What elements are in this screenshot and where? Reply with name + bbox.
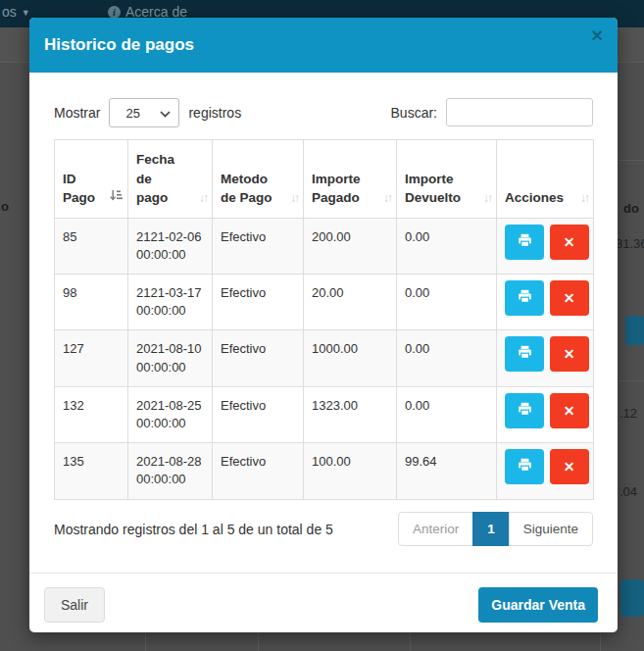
delete-icon[interactable]: ✕	[550, 280, 589, 316]
cell-importe-devuelto: 99.64	[397, 443, 497, 499]
print-button[interactable]	[505, 280, 544, 316]
backdrop-text-fragment: 31.36	[616, 236, 644, 251]
table-body: 85 2121-02-06 00:00:00 Efectivo 200.00 0…	[55, 218, 594, 499]
backdrop-text-fragment: .04	[619, 484, 637, 499]
modal-header: Historico de pagos ✕	[29, 18, 618, 73]
close-icon[interactable]: ✕	[591, 28, 604, 44]
cell-fecha-pago: 2121-03-17 00:00:00	[128, 275, 213, 330]
cell-metodo-pago: Efectivo	[213, 443, 304, 499]
cell-importe-devuelto: 0.00	[397, 275, 497, 330]
backdrop-text-fragment: .12	[619, 406, 637, 421]
delete-icon[interactable]: ✕	[550, 449, 589, 484]
delete-icon[interactable]: ✕	[550, 393, 589, 428]
table-row: 135 2021-08-28 00:00:00 Efectivo 100.00 …	[55, 443, 594, 499]
cell-id-pago: 98	[55, 275, 128, 330]
printer-icon	[518, 233, 532, 248]
backdrop-blue-button-fragment	[625, 316, 644, 345]
cell-metodo-pago: Efectivo	[213, 275, 304, 330]
backdrop-row-divider	[619, 160, 644, 161]
save-sale-button[interactable]: Guardar Venta	[478, 587, 598, 623]
cell-acciones: ✕	[497, 443, 594, 499]
cell-importe-pagado: 20.00	[304, 275, 397, 330]
cell-fecha-pago: 2121-02-06 00:00:00	[128, 218, 213, 274]
cell-importe-pagado: 1323.00	[304, 386, 397, 442]
cell-metodo-pago: Efectivo	[213, 330, 304, 386]
cell-acciones: ✕	[497, 386, 594, 442]
printer-icon	[518, 402, 532, 417]
modal-footer: Salir Guardar Venta	[29, 573, 618, 623]
exit-button[interactable]: Salir	[44, 587, 105, 623]
sort-both-icon: ↓↑	[290, 190, 298, 207]
table-column-header[interactable]: Metodo de Pago ↓↑	[213, 140, 304, 219]
column-header-label: Importe Pagado	[312, 172, 361, 206]
backdrop-column-divider	[258, 633, 259, 651]
search-input[interactable]	[446, 98, 593, 126]
table-column-header[interactable]: Importe Devuelto ↓↑	[397, 140, 497, 219]
table-row: 98 2121-03-17 00:00:00 Efectivo 20.00 0.…	[55, 275, 594, 330]
table-row: 85 2121-02-06 00:00:00 Efectivo 200.00 0…	[55, 218, 594, 274]
table-header: ID Pago Fecha de pago ↓↑ Metodo de Pago …	[55, 140, 594, 219]
backdrop-column-divider	[145, 633, 146, 651]
caret-down-icon: ▼	[22, 8, 30, 18]
print-button[interactable]	[505, 336, 544, 372]
backdrop-blue-button-fragment	[620, 579, 644, 617]
cell-id-pago: 135	[55, 443, 128, 499]
table-controls: Mostrar 25 registros Buscar:	[54, 98, 593, 127]
cell-id-pago: 85	[55, 218, 128, 274]
printer-icon	[518, 458, 532, 473]
table-header-row: ID Pago Fecha de pago ↓↑ Metodo de Pago …	[55, 140, 594, 219]
cell-acciones: ✕	[497, 330, 594, 386]
table-row: 132 2021-08-25 00:00:00 Efectivo 1323.00…	[55, 386, 594, 442]
cell-importe-pagado: 1000.00	[304, 330, 397, 386]
page-length-select[interactable]: 25	[109, 98, 179, 127]
length-label-before: Mostrar	[54, 105, 100, 121]
table-column-header[interactable]: Importe Pagado ↓↑	[304, 140, 397, 219]
cell-importe-devuelto: 0.00	[397, 330, 497, 386]
cell-fecha-pago: 2021-08-10 00:00:00	[128, 330, 213, 386]
payment-history-modal: Historico de pagos ✕ Mostrar 25 registro…	[29, 18, 618, 632]
navbar-menu-label: os	[2, 4, 17, 20]
table-info-text: Mostrando registros del 1 al 5 de un tot…	[54, 522, 333, 537]
delete-icon[interactable]: ✕	[550, 225, 589, 260]
pagination: Anterior 1 Siguiente	[398, 512, 593, 546]
search-label: Buscar:	[391, 105, 437, 121]
sort-both-icon: ↓↑	[383, 190, 391, 207]
cell-importe-pagado: 100.00	[304, 443, 397, 499]
cell-importe-pagado: 200.00	[304, 218, 397, 274]
page-length-value: 25	[125, 106, 139, 121]
column-header-label: Acciones	[505, 190, 564, 205]
backdrop-text-fragment: o	[1, 199, 9, 214]
cell-id-pago: 127	[55, 330, 128, 386]
info-icon: i	[108, 6, 121, 19]
table-column-header[interactable]: Acciones ↓↑	[497, 140, 594, 219]
table-info-row: Mostrando registros del 1 al 5 de un tot…	[54, 512, 593, 547]
length-label-after: registros	[188, 105, 241, 121]
cell-importe-devuelto: 0.00	[397, 218, 497, 274]
column-header-label: Metodo de Pago	[221, 172, 272, 206]
sort-both-icon: ↓↑	[580, 190, 588, 207]
table-row: 127 2021-08-10 00:00:00 Efectivo 1000.00…	[55, 330, 594, 386]
pagination-page-1-button[interactable]: 1	[472, 512, 510, 546]
print-button[interactable]	[505, 225, 544, 260]
pagination-next-button[interactable]: Siguiente	[509, 512, 593, 546]
search-control: Buscar:	[391, 98, 593, 126]
sort-both-icon: ↓↑	[483, 190, 491, 207]
cell-fecha-pago: 2021-08-28 00:00:00	[128, 443, 213, 499]
delete-icon[interactable]: ✕	[550, 336, 589, 372]
sort-amount-asc-icon	[110, 188, 123, 208]
print-button[interactable]	[505, 393, 544, 428]
print-button[interactable]	[505, 449, 544, 484]
column-header-label: Importe Devuelto	[405, 172, 461, 206]
cell-fecha-pago: 2021-08-25 00:00:00	[128, 386, 213, 442]
chevron-down-icon	[160, 111, 171, 118]
cell-metodo-pago: Efectivo	[213, 218, 304, 274]
payments-table: ID Pago Fecha de pago ↓↑ Metodo de Pago …	[54, 139, 594, 500]
backdrop-row-divider	[619, 380, 644, 381]
column-header-label: ID Pago	[63, 172, 95, 206]
navbar-menu-partial[interactable]: os ▼	[2, 4, 30, 20]
pagination-previous-button[interactable]: Anterior	[398, 512, 473, 546]
table-column-header[interactable]: ID Pago	[55, 140, 128, 219]
cell-acciones: ✕	[497, 275, 594, 330]
table-column-header[interactable]: Fecha de pago ↓↑	[128, 140, 213, 219]
cell-acciones: ✕	[497, 218, 594, 274]
